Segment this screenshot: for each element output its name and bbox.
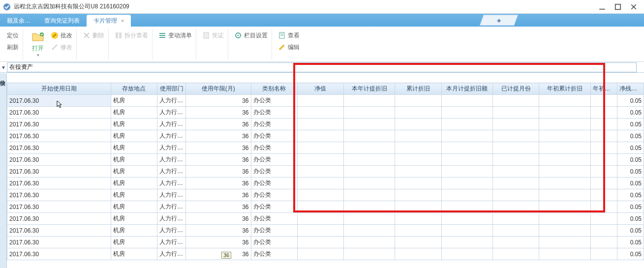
- cell[interactable]: 36: [186, 107, 251, 119]
- cell[interactable]: [297, 130, 343, 142]
- cell[interactable]: 机房: [111, 201, 157, 213]
- cell[interactable]: [297, 95, 343, 107]
- cell[interactable]: 36: [186, 248, 251, 260]
- column-header[interactable]: 开始使用日期: [7, 83, 111, 95]
- cell[interactable]: 2017.06.30: [7, 166, 111, 178]
- cell[interactable]: 办公类: [251, 178, 297, 189]
- cell[interactable]: 人力行…: [157, 225, 185, 237]
- cell[interactable]: 36: [186, 166, 251, 178]
- cell[interactable]: [590, 248, 617, 260]
- cell[interactable]: 36: [186, 237, 251, 248]
- cell[interactable]: 人力行…: [157, 248, 185, 260]
- cell[interactable]: 0.05: [617, 189, 644, 201]
- cell[interactable]: 2017.06.30: [7, 95, 111, 107]
- maximize-button[interactable]: [614, 3, 621, 10]
- cell[interactable]: [441, 225, 492, 237]
- cell[interactable]: [297, 225, 343, 237]
- cell[interactable]: 2017.06.30: [7, 237, 111, 248]
- cell[interactable]: [344, 130, 395, 142]
- cell[interactable]: [492, 154, 539, 166]
- cell[interactable]: [297, 248, 343, 260]
- cell[interactable]: 2017.06.30: [7, 119, 111, 130]
- cell[interactable]: 36: [186, 154, 251, 166]
- column-header[interactable]: 年初原值: [590, 83, 617, 95]
- cell[interactable]: [344, 95, 395, 107]
- cell[interactable]: 机房: [111, 213, 157, 225]
- cell[interactable]: [590, 95, 617, 107]
- table-row[interactable]: 2017.06.30机房人力行…36办公类0.05: [7, 142, 644, 154]
- column-header[interactable]: 存放地点: [111, 83, 157, 95]
- column-header[interactable]: 本月计提折旧额: [441, 83, 492, 95]
- cell[interactable]: [297, 166, 343, 178]
- tab-card-manage[interactable]: 卡片管理×: [87, 15, 131, 27]
- table-row[interactable]: 2017.06.30机房人力行…36办公类0.05: [7, 178, 644, 189]
- cell[interactable]: [441, 213, 492, 225]
- column-header[interactable]: 净值: [297, 83, 343, 95]
- cell[interactable]: 2017.06.30: [7, 107, 111, 119]
- cell[interactable]: 2017.06.30: [7, 130, 111, 142]
- cell[interactable]: 2017.06.30: [7, 154, 111, 166]
- cell[interactable]: 办公类: [251, 237, 297, 248]
- close-button[interactable]: [630, 3, 637, 10]
- table-row[interactable]: 2017.06.30机房人力行…36办公类0.05: [7, 166, 644, 178]
- cell[interactable]: [441, 178, 492, 189]
- cell[interactable]: 机房: [111, 248, 157, 260]
- cell[interactable]: [590, 166, 617, 178]
- cell[interactable]: 36: [186, 201, 251, 213]
- cell[interactable]: [590, 213, 617, 225]
- cell[interactable]: 办公类: [251, 154, 297, 166]
- cell[interactable]: 人力行…: [157, 189, 185, 201]
- column-header[interactable]: 使用部门: [157, 83, 185, 95]
- cell[interactable]: 机房: [111, 130, 157, 142]
- cell[interactable]: [441, 154, 492, 166]
- column-header[interactable]: 已计提月份: [492, 83, 539, 95]
- cell[interactable]: 0.05: [617, 225, 644, 237]
- cell[interactable]: 2017.06.30: [7, 189, 111, 201]
- table-row[interactable]: 2017.06.30机房人力行…36办公类0.05: [7, 107, 644, 119]
- cell[interactable]: 2017.06.30: [7, 213, 111, 225]
- view-button[interactable]: 查看: [278, 30, 300, 40]
- cell[interactable]: 机房: [111, 119, 157, 130]
- cell[interactable]: [344, 166, 395, 178]
- cell[interactable]: [539, 178, 590, 189]
- delete-button[interactable]: 删除: [83, 30, 104, 40]
- cell[interactable]: 办公类: [251, 142, 297, 154]
- voucher-button[interactable]: 凭证: [202, 30, 224, 40]
- cell[interactable]: 36: [186, 213, 251, 225]
- locate-button[interactable]: 定位: [7, 30, 19, 40]
- cell[interactable]: [539, 119, 590, 130]
- cell[interactable]: 办公类: [251, 213, 297, 225]
- batch-button[interactable]: 批改: [51, 30, 72, 40]
- cell[interactable]: [395, 201, 441, 213]
- table-row[interactable]: 2017.06.30机房人力行…36办公类0.05: [7, 201, 644, 213]
- table-row[interactable]: 2017.06.30机房人力行…36办公类0.05: [7, 130, 644, 142]
- cell[interactable]: [441, 142, 492, 154]
- cell[interactable]: [492, 213, 539, 225]
- column-header[interactable]: 本年计提折旧: [344, 83, 395, 95]
- cell[interactable]: 0.05: [617, 142, 644, 154]
- cell[interactable]: [395, 95, 441, 107]
- cell[interactable]: 人力行…: [157, 237, 185, 248]
- table-row[interactable]: 2017.06.30机房人力行…36办公类0.05: [7, 225, 644, 237]
- cell[interactable]: [395, 225, 441, 237]
- cell[interactable]: 0.05: [617, 178, 644, 189]
- cell[interactable]: [297, 237, 343, 248]
- cell[interactable]: [590, 178, 617, 189]
- table-row[interactable]: 2017.06.30机房人力行…36办公类0.05: [7, 189, 644, 201]
- cell[interactable]: 人力行…: [157, 107, 185, 119]
- cell[interactable]: [395, 107, 441, 119]
- filter-toggle[interactable]: ▾: [0, 64, 7, 71]
- cell[interactable]: 办公类: [251, 225, 297, 237]
- cell[interactable]: [297, 119, 343, 130]
- cell[interactable]: [539, 130, 590, 142]
- cell[interactable]: [492, 130, 539, 142]
- column-setting-button[interactable]: 栏目设置: [234, 30, 268, 40]
- change-list-button[interactable]: 变动清单: [158, 30, 192, 40]
- cell[interactable]: [344, 107, 395, 119]
- cell[interactable]: [590, 201, 617, 213]
- cell[interactable]: [297, 142, 343, 154]
- cell[interactable]: [395, 178, 441, 189]
- cell[interactable]: [395, 248, 441, 260]
- modify-button[interactable]: 修改: [51, 42, 72, 52]
- cell[interactable]: [492, 166, 539, 178]
